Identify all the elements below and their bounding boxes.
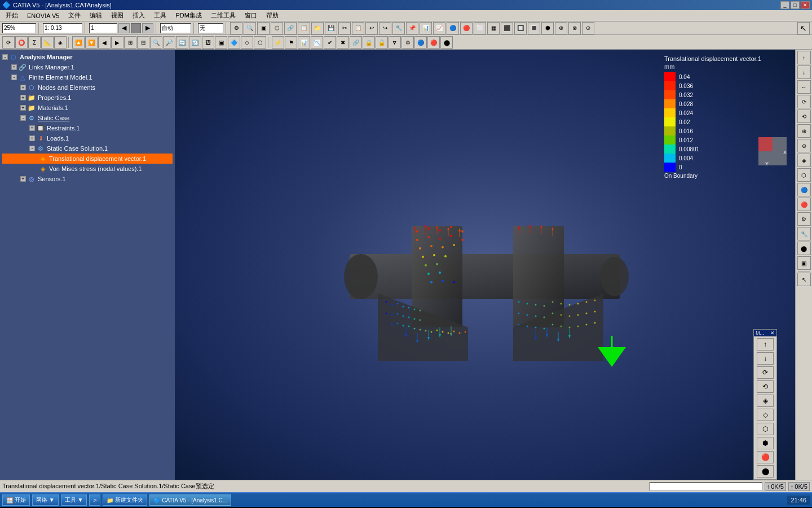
analysis-tb-30[interactable]: ⛛ bbox=[389, 36, 401, 49]
tb-icon-25[interactable]: ⊕ bbox=[555, 22, 567, 34]
menu-tools[interactable]: 工具 bbox=[149, 10, 171, 21]
rt-btn-6[interactable]: ⊕ bbox=[797, 124, 811, 138]
analysis-tb-23[interactable]: 📊 bbox=[298, 36, 310, 49]
rt-btn-4[interactable]: ⟳ bbox=[797, 95, 811, 108]
tb-icon-18[interactable]: 🔴 bbox=[460, 22, 473, 34]
analysis-tb-24[interactable]: 📉 bbox=[311, 36, 323, 49]
menu-help[interactable]: 帮助 bbox=[262, 10, 283, 21]
color-swatch[interactable] bbox=[131, 23, 141, 33]
analysis-tb-34[interactable]: ⬤ bbox=[440, 36, 453, 49]
analysis-tb-22[interactable]: ⚑ bbox=[285, 36, 297, 49]
minimize-button[interactable]: _ bbox=[780, 1, 789, 9]
tree-item-nodes[interactable]: + ⬡ Nodes and Elements bbox=[2, 82, 173, 93]
expand-restraints[interactable]: + bbox=[29, 125, 35, 131]
taskbar-network[interactable]: 网络 ▼ bbox=[32, 494, 59, 506]
tb-icon-10[interactable]: 📋 bbox=[352, 22, 364, 34]
start-button[interactable]: 🪟 开始 bbox=[2, 494, 30, 506]
tb-icon-7[interactable]: 📁 bbox=[311, 22, 324, 34]
expand-analysis-manager[interactable]: - bbox=[2, 54, 8, 60]
rt-btn-10[interactable]: 🔵 bbox=[797, 183, 811, 196]
expand-links[interactable]: + bbox=[11, 64, 17, 70]
close-button[interactable]: ✕ bbox=[801, 1, 810, 9]
mini-btn-1[interactable]: ↑ bbox=[757, 338, 774, 351]
menu-file[interactable]: 文件 bbox=[64, 10, 85, 21]
analysis-tb-9[interactable]: ▶ bbox=[111, 36, 123, 49]
analysis-tb-14[interactable]: 🔄 bbox=[176, 36, 188, 49]
taskbar-arrow[interactable]: > bbox=[89, 494, 100, 506]
tb-icon-14[interactable]: 📌 bbox=[406, 22, 418, 34]
analysis-tb-6[interactable]: 🔼 bbox=[72, 36, 85, 49]
tree-item-links-manager[interactable]: + 🔗 Links Manager.1 bbox=[2, 62, 173, 72]
mini-btn-8[interactable]: ⬢ bbox=[757, 437, 774, 449]
mini-btn-9[interactable]: 🔴 bbox=[757, 451, 774, 463]
menu-view[interactable]: 视图 bbox=[107, 10, 128, 21]
analysis-tb-32[interactable]: 🔵 bbox=[414, 36, 427, 49]
analysis-tb-12[interactable]: 🔍 bbox=[150, 36, 162, 49]
analysis-tb-27[interactable]: 🔗 bbox=[350, 36, 362, 49]
combo-scale[interactable]: 1: 0.13 bbox=[43, 23, 82, 33]
combo-auto[interactable]: 自动 bbox=[160, 23, 191, 33]
tb-icon-11[interactable]: ↩ bbox=[365, 22, 378, 34]
rt-btn-12[interactable]: ⚙ bbox=[797, 212, 811, 226]
tb-icon-24[interactable]: ⬢ bbox=[541, 22, 554, 34]
menu-start[interactable]: 开始 bbox=[1, 10, 23, 21]
rt-btn-13[interactable]: 🔧 bbox=[797, 227, 811, 240]
taskbar-tools[interactable]: 工具 ▼ bbox=[61, 494, 87, 506]
tb-icon-6[interactable]: 📋 bbox=[298, 22, 310, 34]
combo-none[interactable]: 无 bbox=[198, 23, 223, 33]
tb-icon-27[interactable]: ⊙ bbox=[582, 22, 594, 34]
mini-btn-3[interactable]: ⟳ bbox=[757, 366, 774, 379]
rt-btn-11[interactable]: 🔴 bbox=[797, 198, 811, 211]
tb-icon-12[interactable]: ↪ bbox=[379, 22, 391, 34]
rt-btn-5[interactable]: ⟲ bbox=[797, 110, 811, 123]
restore-button[interactable]: □ bbox=[791, 1, 800, 9]
tb-icon-26[interactable]: ⊗ bbox=[568, 22, 581, 34]
arrow-btn-2[interactable]: ▶ bbox=[142, 23, 153, 33]
tb-icon-15[interactable]: 📊 bbox=[420, 22, 432, 34]
expand-nodes[interactable]: + bbox=[20, 85, 26, 90]
tb-icon-8[interactable]: 💾 bbox=[325, 22, 337, 34]
tree-item-sensors[interactable]: + ◎ Sensors.1 bbox=[2, 174, 173, 184]
rt-btn-9[interactable]: ⬡ bbox=[797, 168, 811, 182]
tb-icon-2[interactable]: 🔍 bbox=[244, 22, 256, 34]
tree-item-von-mises[interactable]: ◈ Von Mises stress (nodal values).1 bbox=[2, 164, 173, 174]
analysis-tb-1[interactable]: ⟳ bbox=[2, 36, 15, 49]
tree-item-trans-disp[interactable]: ◈ Translational displacement vector.1 bbox=[2, 154, 173, 164]
tree-item-properties[interactable]: + 📁 Properties.1 bbox=[2, 93, 173, 103]
rt-btn-16[interactable]: ↖ bbox=[797, 273, 811, 286]
combo-zoom[interactable]: 25% bbox=[2, 23, 36, 33]
analysis-tb-18[interactable]: 🔷 bbox=[228, 36, 240, 49]
analysis-tb-31[interactable]: ⚙ bbox=[401, 36, 414, 49]
analysis-tb-21[interactable]: ⚡ bbox=[272, 36, 284, 49]
rt-btn-3[interactable]: ↔ bbox=[797, 80, 811, 94]
expand-static-case[interactable]: - bbox=[20, 115, 26, 121]
taskbar-folder[interactable]: 📁 新建文件夹 bbox=[103, 494, 147, 506]
tb-icon-9[interactable]: ✂ bbox=[338, 22, 351, 34]
mini-btn-4[interactable]: ⟲ bbox=[757, 380, 774, 393]
analysis-tb-8[interactable]: ◀ bbox=[98, 36, 111, 49]
analysis-tb-29[interactable]: 🔓 bbox=[376, 36, 388, 49]
tree-item-loads[interactable]: + ⇓ Loads.1 bbox=[2, 133, 173, 143]
tb-icon-16[interactable]: 📈 bbox=[433, 22, 445, 34]
rt-btn-14[interactable]: ⬤ bbox=[797, 242, 811, 255]
menu-window[interactable]: 窗口 bbox=[240, 10, 262, 21]
mini-btn-5[interactable]: ◈ bbox=[757, 395, 774, 407]
tree-item-solution[interactable]: - ⚙ Static Case Solution.1 bbox=[2, 143, 173, 154]
rt-btn-2[interactable]: ↓ bbox=[797, 65, 811, 79]
tb-icon-22[interactable]: 🔲 bbox=[514, 22, 527, 34]
analysis-tb-13[interactable]: 🔎 bbox=[163, 36, 175, 49]
analysis-tb-26[interactable]: ✖ bbox=[337, 36, 349, 49]
tb-icon-23[interactable]: 🔳 bbox=[528, 22, 540, 34]
tb-icon-5[interactable]: 🔗 bbox=[284, 22, 297, 34]
expand-properties[interactable]: + bbox=[20, 95, 26, 100]
statusbar-input[interactable] bbox=[650, 482, 762, 491]
analysis-tb-7[interactable]: 🔽 bbox=[85, 36, 98, 49]
analysis-tb-19[interactable]: ◇ bbox=[241, 36, 253, 49]
mini-btn-6[interactable]: ◇ bbox=[757, 409, 774, 421]
expand-materials[interactable]: + bbox=[20, 105, 26, 111]
tree-item-restraints[interactable]: + 🔲 Restraints.1 bbox=[2, 123, 173, 133]
mini-btn-2[interactable]: ↓ bbox=[757, 352, 774, 365]
tree-item-fem[interactable]: - △ Finite Element Model.1 bbox=[2, 72, 173, 82]
analysis-tb-33[interactable]: 🔴 bbox=[427, 36, 440, 49]
analysis-tb-17[interactable]: ▣ bbox=[215, 36, 227, 49]
